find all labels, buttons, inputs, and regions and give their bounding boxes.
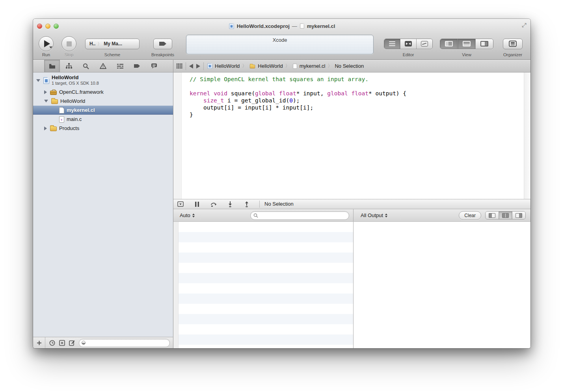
project-navigator-tab[interactable] (44, 60, 60, 72)
close-button[interactable] (37, 24, 42, 29)
activity-text: Xcode (273, 37, 287, 43)
breadcrumb-item[interactable]: No Selection (335, 63, 364, 69)
output-filter-value: All Output (361, 212, 383, 218)
scheme-selector[interactable]: H.. 〉 My Ma... (85, 39, 140, 49)
code-editor[interactable]: // Simple OpenCL kernel that squares an … (173, 72, 530, 199)
organizer-button[interactable] (503, 39, 523, 49)
breadcrumb-separator-icon: 〉 (242, 63, 247, 69)
breadcrumb-item[interactable]: mykernel.cl (292, 63, 326, 69)
project-icon (208, 63, 212, 69)
view-label: View (462, 52, 471, 57)
main-area: HelloWorld 1 target, OS X SDK 10.8 OpenC… (33, 60, 530, 348)
framework-icon (50, 91, 57, 95)
breakpoints-button[interactable] (153, 39, 172, 49)
tree-item[interactable]: cmain.c (33, 115, 173, 124)
version-editor-button[interactable] (417, 39, 432, 49)
xcode-window: HelloWorld.xcodeproj — mykernel.cl ⤢ Run… (33, 19, 530, 348)
scheme-label: Scheme (104, 52, 120, 57)
show-console-only-button[interactable] (512, 212, 525, 219)
log-navigator-tab[interactable] (146, 60, 162, 72)
version-editor-icon (421, 41, 428, 46)
console-view[interactable] (354, 222, 530, 348)
assistant-editor-button[interactable] (400, 39, 417, 49)
step-into-icon (228, 201, 233, 207)
breadcrumb-item[interactable]: HelloWorld (207, 63, 240, 69)
file-icon (293, 63, 297, 69)
toggle-debug-area-button[interactable] (458, 39, 476, 49)
toggle-utilities-button[interactable] (476, 39, 493, 49)
utilities-pane-icon (480, 41, 488, 46)
show-variables-only-button[interactable] (486, 212, 499, 219)
zoom-button[interactable] (54, 24, 59, 29)
issue-navigator-tab[interactable] (95, 60, 111, 72)
tree-item-project[interactable]: HelloWorld 1 target, OS X SDK 10.8 (33, 73, 173, 87)
recent-files-clock-icon[interactable] (49, 340, 55, 346)
navigator-filter-bar (33, 337, 173, 348)
search-icon (83, 63, 89, 69)
source-code[interactable]: // Simple OpenCL kernel that squares an … (182, 72, 524, 199)
debug-navigator-tab[interactable] (112, 60, 128, 72)
tree-item[interactable]: HelloWorld (33, 97, 173, 106)
title-bar[interactable]: HelloWorld.xcodeproj — mykernel.cl ⤢ (33, 19, 530, 33)
variables-scope-popup[interactable]: Auto (180, 212, 195, 218)
hide-debug-icon (177, 201, 184, 207)
unsaved-files-pencil-icon[interactable] (69, 340, 75, 346)
stop-button[interactable] (61, 36, 76, 51)
variables-search-input[interactable] (260, 212, 346, 218)
step-out-button[interactable] (243, 200, 251, 208)
standard-editor-button[interactable] (384, 39, 400, 49)
scm-status-icon[interactable] (59, 340, 65, 346)
folder-icon (50, 126, 57, 131)
back-button[interactable] (189, 64, 193, 69)
tree-item[interactable]: OpenCL.framework (33, 87, 173, 97)
add-button[interactable] (33, 337, 45, 348)
folder-icon (51, 99, 58, 104)
debug-headers: Auto All Output Clear (173, 209, 530, 222)
hide-debug-area-button[interactable] (177, 200, 184, 208)
tree-item[interactable]: mykernel.cl (33, 106, 173, 115)
navigator-filter-field[interactable] (79, 339, 170, 347)
forward-button[interactable] (196, 64, 200, 69)
navigator-pane-icon (445, 41, 453, 46)
variables-view[interactable] (173, 222, 354, 348)
step-into-button[interactable] (226, 200, 234, 208)
step-over-button[interactable] (210, 200, 218, 208)
code-line: size_t i = get_global_id(0); (190, 97, 524, 104)
breadcrumb-separator-icon: 〉 (285, 63, 290, 69)
activity-viewer: Xcode (186, 35, 374, 54)
breadcrumb: HelloWorld〉HelloWorld〉mykernel.cl〉No Sel… (207, 63, 364, 69)
document-icon (300, 24, 304, 29)
clear-console-button[interactable]: Clear (459, 211, 481, 220)
related-items-icon[interactable] (177, 63, 182, 69)
tree-item-label: OpenCL.framework (59, 89, 104, 95)
disclosure-triangle[interactable] (44, 100, 48, 102)
editor-scrollbar[interactable] (524, 72, 530, 199)
toggle-navigator-button[interactable] (440, 39, 458, 49)
right-pane-icon (515, 213, 522, 218)
scheme-destination: My Ma... (104, 41, 122, 46)
run-dropdown-caret-icon (49, 46, 52, 48)
filter-input[interactable] (87, 340, 167, 346)
editor-gutter[interactable] (173, 72, 182, 199)
project-row-text: HelloWorld 1 target, OS X SDK 10.8 (52, 75, 99, 86)
run-button[interactable] (39, 36, 54, 51)
stop-label: Stop (65, 52, 74, 57)
popup-arrows-icon (385, 214, 387, 217)
disclosure-triangle[interactable] (44, 126, 47, 130)
pause-button[interactable] (193, 200, 201, 208)
minimize-button[interactable] (45, 24, 50, 29)
disclosure-triangle[interactable] (36, 79, 40, 82)
breadcrumb-item[interactable]: HelloWorld (249, 63, 283, 69)
variables-search-field[interactable] (250, 211, 349, 220)
show-both-panes-button[interactable] (499, 212, 512, 219)
separator (203, 62, 204, 70)
disclosure-triangle[interactable] (44, 90, 47, 94)
breakpoint-navigator-tab[interactable] (129, 60, 145, 72)
symbol-navigator-tab[interactable] (61, 60, 77, 72)
output-filter-popup[interactable]: All Output (361, 212, 387, 218)
code-line: } (190, 111, 524, 118)
editor-segmented-control (384, 39, 433, 49)
search-navigator-tab[interactable] (78, 60, 94, 72)
tree-item[interactable]: Products (33, 124, 173, 133)
fullscreen-icon[interactable]: ⤢ (522, 22, 527, 28)
